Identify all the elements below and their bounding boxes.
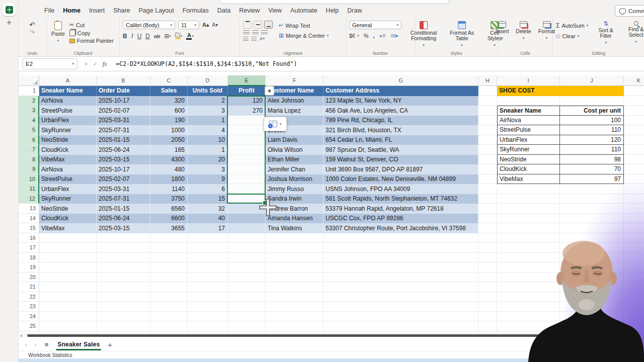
cell-E14[interactable] bbox=[228, 214, 266, 224]
cell-C11[interactable]: 1140 bbox=[150, 184, 188, 194]
top-align-icon[interactable] bbox=[243, 21, 252, 29]
column-header-H[interactable]: H bbox=[478, 75, 497, 86]
font-family-select[interactable]: Calibri (Body)▾ bbox=[123, 21, 175, 29]
cell-D13[interactable]: 32 bbox=[188, 204, 228, 214]
cell-K1[interactable] bbox=[624, 86, 644, 96]
cell-K22[interactable] bbox=[624, 292, 644, 302]
cell-B15[interactable]: 2025-03-15 bbox=[97, 223, 150, 233]
cell-K15[interactable] bbox=[624, 223, 644, 233]
cell-J11[interactable] bbox=[560, 184, 624, 194]
cell-H23[interactable] bbox=[478, 302, 497, 312]
row-header-13[interactable]: 13 bbox=[18, 204, 39, 214]
cell-B4[interactable]: 2025-03-31 bbox=[97, 116, 150, 126]
cell-H9[interactable] bbox=[478, 164, 497, 174]
column-header-A[interactable]: A bbox=[39, 75, 97, 86]
column-header-E[interactable]: E bbox=[228, 75, 266, 86]
row-header-14[interactable]: 14 bbox=[18, 214, 39, 224]
next-sheet-icon[interactable]: › bbox=[34, 341, 36, 348]
cell-A19[interactable] bbox=[39, 262, 97, 273]
align-right-icon[interactable] bbox=[261, 30, 268, 35]
cell-D25[interactable] bbox=[188, 321, 228, 331]
cell-A1[interactable]: Sneaker Name bbox=[39, 86, 97, 96]
cell-D7[interactable]: 1 bbox=[188, 145, 228, 155]
merge-center-button[interactable]: ⊞Merge & Center▾ bbox=[279, 32, 329, 39]
cell-B17[interactable] bbox=[97, 243, 150, 253]
font-size-select[interactable]: 11▾ bbox=[178, 21, 199, 29]
cell-D21[interactable] bbox=[188, 282, 228, 292]
cell-G16[interactable] bbox=[324, 233, 478, 243]
comments-button[interactable]: Comments bbox=[615, 5, 644, 17]
scroll-left-icon[interactable]: ◂ bbox=[20, 333, 22, 338]
cell-K14[interactable] bbox=[624, 214, 644, 224]
cell-B3[interactable]: 2025-02-07 bbox=[97, 106, 150, 116]
row-header-2[interactable]: 2 bbox=[18, 96, 39, 106]
cell-J9[interactable]: 70 bbox=[560, 164, 624, 174]
cell-G10[interactable]: 1000 Colon Estates, New Deniseville, NM … bbox=[324, 174, 478, 185]
cell-E8[interactable] bbox=[228, 155, 266, 165]
cell-I20[interactable] bbox=[497, 273, 560, 283]
cell-D9[interactable]: 3 bbox=[188, 164, 228, 174]
cell-K3[interactable] bbox=[624, 106, 644, 116]
menu-tab-share[interactable]: Share bbox=[113, 7, 130, 14]
insert-cells-button[interactable]: Insert▾ bbox=[494, 21, 510, 41]
cell-K9[interactable] bbox=[624, 164, 644, 174]
cell-K20[interactable] bbox=[624, 273, 644, 283]
add-sheet-icon[interactable]: + bbox=[108, 340, 112, 349]
row-header-3[interactable]: 3 bbox=[18, 106, 39, 116]
cell-B19[interactable] bbox=[97, 262, 150, 273]
cell-G22[interactable] bbox=[324, 292, 478, 302]
cell-F18[interactable] bbox=[266, 253, 324, 263]
cell-J18[interactable] bbox=[560, 253, 624, 263]
cell-K21[interactable] bbox=[624, 282, 644, 292]
row-header-17[interactable]: 17 bbox=[18, 243, 39, 253]
cell-H15[interactable] bbox=[478, 223, 497, 233]
cell-F21[interactable] bbox=[266, 282, 324, 292]
cell-F23[interactable] bbox=[266, 302, 324, 312]
cell-F8[interactable]: Ethan Miller bbox=[266, 155, 324, 165]
cell-E20[interactable] bbox=[228, 273, 266, 283]
cell-D3[interactable]: 3 bbox=[188, 106, 228, 116]
undo-icon[interactable]: ↶ bbox=[29, 22, 35, 28]
cell-H10[interactable] bbox=[478, 174, 497, 185]
row-header-16[interactable]: 16 bbox=[18, 233, 39, 243]
cell-D23[interactable] bbox=[188, 302, 228, 312]
cell-A13[interactable]: NeoStride bbox=[39, 204, 97, 214]
cell-J4[interactable]: 100 bbox=[560, 116, 624, 126]
shrink-font-icon[interactable]: A▾ bbox=[212, 22, 218, 28]
cell-B25[interactable] bbox=[97, 321, 150, 331]
cell-C17[interactable] bbox=[150, 243, 188, 253]
cell-I18[interactable] bbox=[497, 253, 560, 263]
column-header-I[interactable]: I bbox=[497, 75, 560, 86]
cell-C15[interactable]: 3655 bbox=[150, 223, 188, 233]
menu-tab-file[interactable]: File bbox=[44, 7, 54, 14]
cell-F25[interactable] bbox=[266, 321, 324, 331]
cell-H7[interactable] bbox=[478, 145, 497, 155]
format-painter-button[interactable]: Format Painter bbox=[69, 38, 114, 44]
cell-D1[interactable]: Units Sold bbox=[188, 86, 228, 96]
cell-E15[interactable] bbox=[228, 223, 266, 233]
row-header-25[interactable]: 25 bbox=[18, 321, 39, 331]
column-header-B[interactable]: B bbox=[97, 75, 150, 86]
cell-I17[interactable] bbox=[497, 243, 560, 253]
cell-I14[interactable] bbox=[497, 214, 560, 224]
new-workbook-icon[interactable]: + bbox=[5, 18, 14, 27]
cell-E6[interactable] bbox=[228, 135, 266, 145]
menu-tab-insert[interactable]: Insert bbox=[89, 7, 105, 14]
cell-D14[interactable]: 40 bbox=[188, 214, 228, 224]
row-header-6[interactable]: 6 bbox=[18, 135, 39, 145]
cell-E21[interactable] bbox=[228, 282, 266, 292]
cell-J12[interactable] bbox=[560, 194, 624, 204]
cell-D20[interactable] bbox=[188, 273, 228, 283]
cell-A10[interactable]: StreetPulse bbox=[39, 174, 97, 185]
menu-tab-page-layout[interactable]: Page Layout bbox=[139, 7, 174, 14]
decrease-indent-icon[interactable] bbox=[243, 37, 249, 41]
row-header-18[interactable]: 18 bbox=[18, 253, 39, 263]
column-header-F[interactable]: F bbox=[266, 75, 324, 86]
row-header-1[interactable]: 1 bbox=[18, 86, 39, 96]
conditional-formatting-button[interactable]: Conditional Formatting▾ bbox=[407, 21, 441, 48]
cell-B14[interactable]: 2025-06-24 bbox=[97, 214, 150, 224]
sheet-tab-sneaker-sales[interactable]: Sneaker Sales bbox=[57, 338, 100, 351]
align-left-icon[interactable] bbox=[243, 30, 250, 35]
cell-G12[interactable]: 581 Scott Rapids, North Stephanieton, MT… bbox=[324, 194, 478, 204]
select-all-corner[interactable] bbox=[18, 75, 39, 86]
